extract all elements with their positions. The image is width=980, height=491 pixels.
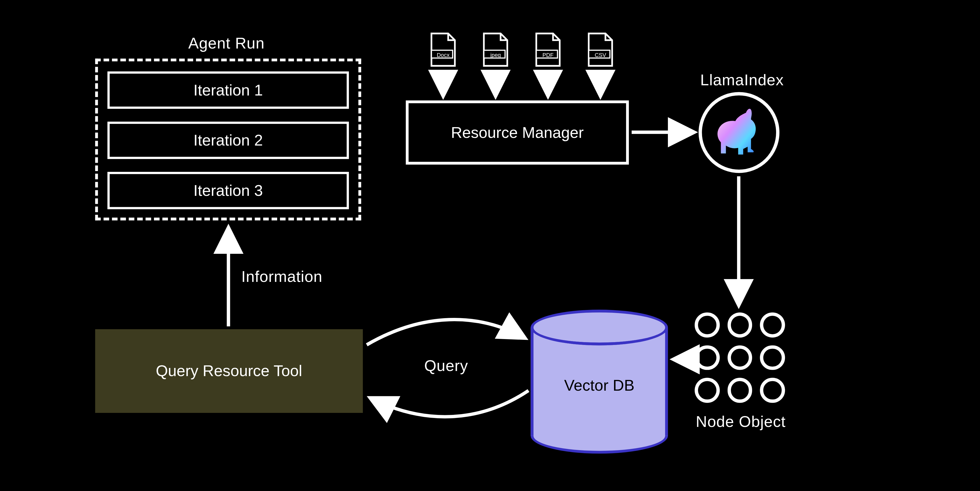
node-dot xyxy=(727,312,752,338)
query-edge-label: Query xyxy=(424,357,468,375)
node-dot xyxy=(695,345,720,370)
node-dot xyxy=(695,378,720,403)
iteration-label-1: Iteration 1 xyxy=(193,81,263,99)
file-icon-pdf xyxy=(534,32,562,67)
query-resource-tool-box: Query Resource Tool xyxy=(95,329,363,413)
iteration-label-3: Iteration 3 xyxy=(193,182,263,199)
file-label-pdf: PDF xyxy=(531,52,565,58)
node-dot xyxy=(760,345,785,370)
iteration-box-1: Iteration 1 xyxy=(107,72,349,109)
information-edge-label: Information xyxy=(241,268,322,286)
iteration-box-2: Iteration 2 xyxy=(107,121,349,159)
node-object-title: Node Object xyxy=(696,413,786,431)
resource-manager-label: Resource Manager xyxy=(451,124,584,142)
llamaindex-circle xyxy=(698,92,780,173)
agent-run-title: Agent Run xyxy=(188,35,265,53)
node-dot xyxy=(695,312,720,338)
node-dot xyxy=(727,345,752,370)
file-icon-docx xyxy=(429,32,457,67)
node-object-grid xyxy=(695,312,785,403)
llama-icon xyxy=(711,105,767,161)
vector-db-cylinder: Vector DB xyxy=(531,310,668,454)
resource-manager-box: Resource Manager xyxy=(406,100,629,164)
vector-db-label: Vector DB xyxy=(531,376,668,394)
iteration-box-3: Iteration 3 xyxy=(107,172,349,209)
file-icon-csv xyxy=(587,32,614,67)
file-label-jpeg: jpeg xyxy=(479,52,512,58)
file-label-csv: CSV xyxy=(584,52,617,58)
node-dot xyxy=(760,378,785,403)
file-label-docx: Docx xyxy=(426,52,460,58)
node-dot xyxy=(760,312,785,338)
query-resource-tool-label: Query Resource Tool xyxy=(156,362,302,380)
llamaindex-title: LlamaIndex xyxy=(700,72,784,89)
file-icon-jpeg xyxy=(482,32,509,67)
node-dot xyxy=(727,378,752,403)
iteration-label-2: Iteration 2 xyxy=(193,131,263,149)
